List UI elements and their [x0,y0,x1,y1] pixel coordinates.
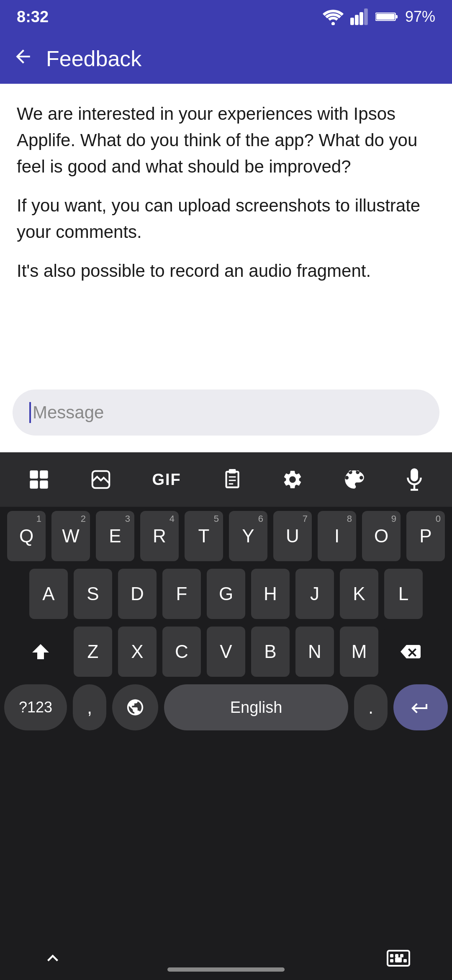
status-time: 8:32 [17,8,49,26]
svg-rect-22 [390,954,393,957]
key-h[interactable]: H [251,569,290,619]
key-l[interactable]: L [384,569,423,619]
key-v[interactable]: V [207,627,245,677]
svg-rect-3 [360,12,363,25]
keyboard-clipboard-button[interactable] [221,468,242,491]
key-d[interactable]: D [118,569,157,619]
numbers-label: ?123 [19,699,52,716]
keyboard-grid-button[interactable] [28,469,50,490]
key-o[interactable]: O9 [362,511,401,561]
keyboard-toolbar: GIF [0,452,452,507]
svg-rect-11 [40,480,49,489]
keyboard-settings-button[interactable] [282,469,303,490]
keyboard-palette-button[interactable] [343,469,365,490]
key-j[interactable]: J [295,569,334,619]
content-area: We are interested in your experiences wi… [0,84,452,284]
keyboard-mic-button[interactable] [405,467,424,492]
key-x[interactable]: X [118,627,157,677]
keyboard: GIF [0,452,452,980]
status-icons: 97% [323,8,435,26]
key-g[interactable]: G [207,569,245,619]
battery-icon [375,9,398,25]
key-e[interactable]: E3 [96,511,134,561]
message-input[interactable]: Message [13,389,439,436]
wifi-icon [323,8,344,25]
svg-rect-6 [396,15,398,18]
svg-rect-14 [229,469,236,473]
svg-rect-23 [395,954,398,957]
svg-rect-4 [364,8,368,25]
key-q[interactable]: Q1 [7,511,46,561]
key-w[interactable]: W2 [51,511,90,561]
key-f[interactable]: F [162,569,201,619]
comma-label: , [87,697,92,718]
keyboard-switch-button[interactable] [387,947,410,971]
keyboard-sticker-button[interactable] [90,468,112,491]
svg-rect-7 [376,14,395,20]
period-label: . [368,697,373,718]
message-input-container: Message [0,381,452,444]
key-comma[interactable]: , [73,684,106,730]
svg-rect-26 [395,957,402,962]
battery-percent: 97% [405,8,435,26]
svg-rect-24 [400,954,403,957]
svg-point-0 [331,22,335,26]
svg-rect-18 [411,468,418,481]
key-n[interactable]: N [295,627,334,677]
key-c[interactable]: C [162,627,201,677]
svg-rect-13 [226,472,238,487]
app-bar: Feedback [0,34,452,84]
keyboard-hide-button[interactable] [42,947,64,971]
status-bar: 8:32 97% [0,0,452,34]
paragraph-2: If you want, you can upload screenshots … [17,192,435,245]
back-button[interactable] [13,46,33,72]
page-title: Feedback [46,46,141,71]
key-row-3: Z X C V B N M [4,627,448,677]
key-a[interactable]: A [29,569,68,619]
key-t[interactable]: T5 [185,511,223,561]
system-bar [0,938,452,980]
svg-rect-8 [30,470,39,479]
key-y[interactable]: Y6 [229,511,267,561]
text-cursor [29,402,31,423]
spacebar-label: English [230,699,282,717]
key-globe[interactable] [112,684,158,730]
home-bar [167,967,285,972]
key-row-4: ?123 , English . [4,684,448,730]
gif-label: GIF [152,471,181,489]
key-i[interactable]: I8 [318,511,356,561]
paragraph-3: It's also possible to record an audio fr… [17,258,435,284]
keyboard-keys: Q1 W2 E3 R4 T5 Y6 U7 I8 O9 P0 A S D F G … [0,507,452,730]
key-spacebar[interactable]: English [164,684,348,730]
svg-rect-2 [355,15,359,25]
key-row-2: A S D F G H J K L [4,569,448,619]
key-p[interactable]: P0 [406,511,445,561]
key-s[interactable]: S [74,569,112,619]
svg-rect-27 [403,959,407,962]
key-m[interactable]: M [340,627,378,677]
key-period[interactable]: . [354,684,388,730]
svg-rect-1 [350,18,354,25]
key-b[interactable]: B [251,627,290,677]
signal-icon [350,8,369,25]
svg-rect-25 [390,959,393,962]
key-u[interactable]: U7 [273,511,312,561]
keyboard-gif-button[interactable]: GIF [152,471,181,489]
key-numbers[interactable]: ?123 [4,684,67,730]
paragraph-1: We are interested in your experiences wi… [17,101,435,180]
key-row-1: Q1 W2 E3 R4 T5 Y6 U7 I8 O9 P0 [4,511,448,561]
key-z[interactable]: Z [74,627,112,677]
key-r[interactable]: R4 [140,511,179,561]
key-shift[interactable] [13,627,68,677]
svg-rect-9 [40,470,49,479]
key-enter[interactable] [393,684,448,730]
key-backspace[interactable] [384,627,439,677]
key-k[interactable]: K [340,569,378,619]
message-placeholder: Message [33,402,104,423]
svg-rect-10 [30,480,39,489]
